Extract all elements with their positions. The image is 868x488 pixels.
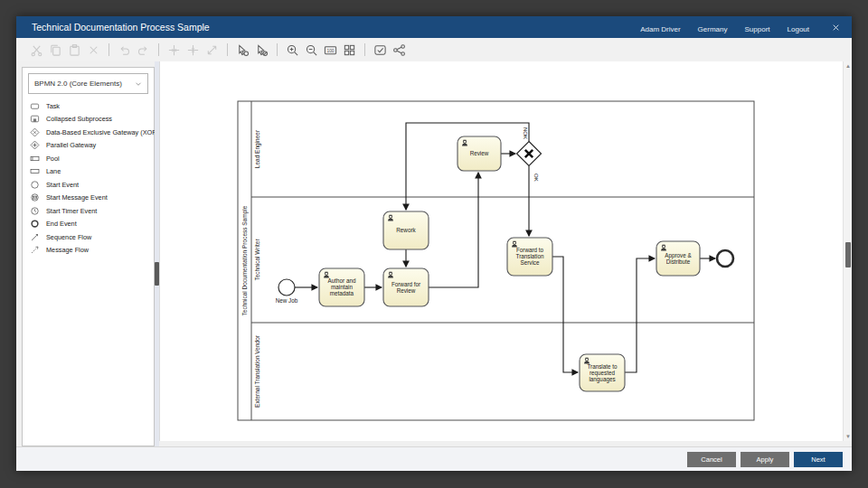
toolbar-separator	[227, 43, 228, 56]
redo-icon	[135, 42, 152, 59]
svg-text:Translate to: Translate to	[587, 363, 618, 370]
bpmn-xor-gateway[interactable]	[517, 142, 542, 166]
titlebar-link-support[interactable]: Support	[745, 25, 770, 33]
lane-label: Technical Writer	[254, 239, 260, 281]
palette-item-label: Collapsed Subprocess	[46, 115, 112, 123]
cancel-button[interactable]: Cancel	[687, 452, 736, 467]
start-message-event-icon	[30, 192, 40, 202]
align-horizontal-icon	[165, 42, 183, 59]
validate-icon[interactable]	[372, 42, 389, 59]
sequence-flow[interactable]	[429, 173, 478, 287]
pool-icon	[30, 154, 40, 164]
zoom-fit-icon[interactable]	[341, 42, 358, 59]
zoom-out-icon[interactable]	[303, 42, 320, 59]
palette-item-label: End Event	[46, 220, 77, 228]
pool-label: Technical Documentation Process Sample	[241, 205, 249, 315]
palette-item-message-flow[interactable]: Message Flow	[23, 244, 154, 258]
end-event-icon	[30, 219, 40, 229]
bpmn-task[interactable]: Rework	[383, 211, 429, 249]
sequence-flow[interactable]	[625, 258, 655, 372]
pointer-snap-icon[interactable]	[234, 42, 251, 59]
titlebar-links: Adam DriverGermanySupportLogout	[640, 19, 826, 35]
bpmn-task[interactable]: Forward forReview	[383, 268, 429, 306]
palette-item-label: Sequence Flow	[46, 233, 91, 241]
parallel-gateway-icon	[30, 140, 40, 150]
palette-item-parallel-gateway[interactable]: Parallel Gateway	[23, 139, 154, 153]
lane-label: External Translation Vendor	[254, 334, 260, 408]
undo-icon	[116, 42, 133, 59]
bpmn-start-event[interactable]: New Job	[276, 279, 298, 304]
scroll-up-icon[interactable]: ▲	[844, 61, 853, 70]
svg-text:Service: Service	[521, 259, 540, 266]
palette-item-xor-gateway[interactable]: Data-Based Exclusive Gateway (XOR)	[23, 126, 154, 139]
toolbar: 100	[16, 38, 852, 61]
palette-item-start-event[interactable]: Start Event	[23, 178, 154, 192]
titlebar: Technical Documentation Process Sample A…	[16, 16, 852, 38]
palette-item-collapsed-subprocess[interactable]: Collapsed Subprocess	[23, 113, 154, 127]
message-flow-icon	[30, 245, 40, 255]
bpmn-task[interactable]: Forward toTranslationService	[507, 238, 552, 276]
palette-item-pool[interactable]: Pool	[23, 152, 154, 165]
bpmn-task[interactable]: Translate torequestedlanguages	[580, 354, 625, 391]
align-vertical-icon	[184, 42, 202, 59]
svg-text:100: 100	[326, 48, 334, 52]
cut-icon	[28, 42, 45, 59]
palette-item-task[interactable]: Task	[23, 99, 154, 113]
toolbar-separator	[364, 43, 365, 56]
delete-icon	[85, 42, 102, 59]
bpmn-task[interactable]: Author andmaintainmetadata	[319, 268, 364, 306]
palette-item-label: Start Message Event	[46, 193, 108, 202]
sequence-flow-icon	[30, 232, 40, 242]
svg-text:Review: Review	[470, 150, 489, 156]
toolbar-separator	[277, 43, 278, 56]
close-icon[interactable]	[826, 20, 844, 34]
bpmn-task[interactable]: Review	[458, 136, 501, 171]
app-window: Technical Documentation Process Sample A…	[16, 16, 852, 471]
svg-text:Distribute: Distribute	[666, 258, 691, 265]
shape-set-dropdown[interactable]: BPMN 2.0 (Core Elements)	[28, 73, 148, 94]
bpmn-end-event[interactable]	[717, 250, 733, 267]
svg-text:Author and: Author and	[328, 277, 356, 284]
scrollbar-thumb[interactable]	[845, 242, 851, 267]
palette-item-label: Lane	[46, 167, 61, 175]
toolbar-separator	[158, 43, 159, 56]
window-title: Technical Documentation Process Sample	[32, 22, 210, 33]
resize-icon	[203, 42, 221, 59]
palette-item-sequence-flow[interactable]: Sequence Flow	[23, 230, 154, 244]
palette-item-label: Start Event	[46, 181, 79, 189]
next-button[interactable]: Next	[794, 452, 843, 467]
paste-icon	[66, 42, 83, 59]
zoom-in-icon[interactable]	[284, 42, 301, 59]
titlebar-link-logout[interactable]: Logout	[788, 25, 809, 33]
svg-text:Translation: Translation	[516, 253, 544, 259]
sequence-flow[interactable]	[552, 257, 578, 372]
palette-list: TaskCollapsed SubprocessData-Based Exclu…	[23, 99, 154, 257]
task-icon	[30, 101, 40, 111]
palette-item-start-message-event[interactable]: Start Message Event	[23, 192, 154, 205]
palette-item-label: Task	[46, 102, 60, 110]
zoom-100-icon[interactable]: 100	[322, 42, 339, 59]
flow-label: NOK	[523, 127, 528, 139]
toolbar-separator	[108, 43, 109, 56]
copy-icon	[47, 42, 64, 59]
canvas-vertical-scrollbar[interactable]: ▲ ▼	[843, 61, 852, 441]
lane-icon	[30, 166, 40, 176]
svg-text:maintain: maintain	[331, 284, 353, 290]
pointer-connect-icon[interactable]	[253, 42, 270, 59]
titlebar-link-germany[interactable]: Germany	[698, 25, 728, 33]
svg-text:languages: languages	[589, 376, 615, 383]
apply-button[interactable]: Apply	[741, 452, 789, 467]
scroll-down-icon[interactable]: ▼	[844, 432, 853, 441]
titlebar-link-adam-driver[interactable]: Adam Driver	[640, 25, 680, 33]
palette-item-end-event[interactable]: End Event	[23, 218, 154, 231]
diagram-canvas[interactable]: Technical Documentation Process SampleLe…	[159, 61, 844, 441]
palette-item-label: Message Flow	[46, 246, 89, 254]
palette-item-start-timer-event[interactable]: Start Timer Event	[23, 204, 154, 218]
page-background: Technical Documentation Process Sample A…	[0, 0, 868, 488]
share-icon[interactable]	[391, 42, 408, 59]
flow-label: OK	[533, 174, 539, 182]
svg-text:metadata: metadata	[330, 290, 354, 296]
shape-set-value: BPMN 2.0 (Core Elements)	[34, 80, 122, 88]
bpmn-task[interactable]: Approve &Distribute	[656, 241, 700, 276]
palette-item-lane[interactable]: Lane	[23, 165, 154, 179]
